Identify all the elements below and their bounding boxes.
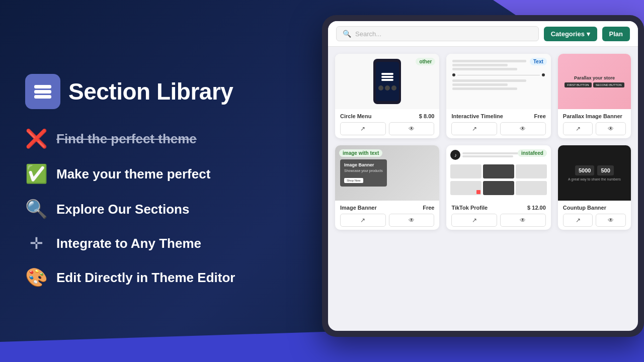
card-badge-timeline: Text — [530, 58, 547, 65]
tiktok-cell-3 — [516, 164, 547, 178]
logo-row: Section Library — [25, 74, 307, 109]
card-name-5: TikTok Profile — [451, 205, 488, 211]
categories-label: Categories ▾ — [551, 30, 590, 38]
countup-num-1: 5000 — [575, 165, 594, 175]
search-placeholder: Search... — [355, 30, 381, 38]
card-external-btn-2[interactable]: ↗ — [451, 122, 497, 135]
tiktok-badge-red — [476, 190, 480, 194]
card-preview-btn-2[interactable]: 👁 — [500, 122, 546, 135]
card-name-2: Interactive Timeline — [451, 113, 503, 119]
card-info-countup: Countup Banner ↗ 👁 — [558, 201, 631, 230]
feature-text-5: Edit Directly in Theme Editor — [56, 270, 235, 286]
phone-mockup — [373, 59, 401, 104]
search-bar[interactable]: 🔍 Search... — [336, 26, 539, 41]
card-external-btn-1[interactable]: ↗ — [340, 122, 386, 135]
card-name-6: Countup Banner — [563, 205, 606, 211]
tiktok-cell-2 — [483, 164, 514, 178]
feature-item-4: ✛ Integrate to Any Theme — [25, 234, 307, 253]
phone-screen — [376, 62, 399, 101]
circle-2 — [385, 85, 390, 90]
tiktok-avatar: ♪ — [450, 150, 460, 160]
parallax-btn-1: FIRST BUTTON — [565, 82, 591, 87]
card-actions-4: ↗ 👁 — [340, 214, 434, 227]
card-title-row-6: Countup Banner — [563, 205, 626, 211]
tiktok-cell-1 — [450, 164, 481, 178]
plus-icon: ✛ — [25, 234, 47, 253]
palette-icon: 🎨 — [25, 267, 47, 288]
card-external-btn-4[interactable]: ↗ — [340, 214, 386, 227]
card-countup: 5000 500 A great way to share the number… — [558, 145, 631, 230]
countup-nums: 5000 500 — [575, 165, 614, 175]
logo-line-2 — [381, 76, 393, 78]
t-dot — [452, 73, 455, 76]
svg-rect-1 — [34, 90, 51, 94]
plan-label: Plan — [609, 30, 623, 38]
timeline-dot-row — [452, 73, 544, 76]
circle-1 — [378, 85, 383, 90]
tl-6 — [452, 87, 517, 90]
logo-line-1 — [381, 73, 393, 75]
card-name-3: Parallax Image Banner — [563, 113, 622, 119]
tiktok-logo-icon: ♪ — [454, 152, 457, 158]
feature-text-4: Integrate to Any Theme — [56, 236, 201, 251]
card-actions-6: ↗ 👁 — [563, 214, 626, 227]
parallax-btn-2: SECOND BUTTON — [593, 82, 624, 87]
card-parallax: Parallax your store FIRST BUTTON SECOND … — [558, 54, 631, 138]
feature-item-5: 🎨 Edit Directly in Theme Editor — [25, 267, 307, 288]
banner-content: Image Banner Showcase your products Shop… — [340, 159, 387, 187]
tl-4 — [452, 79, 526, 82]
card-price-4: Free — [423, 205, 434, 211]
search-icon: 🔍 — [343, 30, 351, 38]
card-tiktok: instafeed ♪ — [446, 145, 550, 230]
card-external-btn-5[interactable]: ↗ — [451, 214, 497, 227]
tiktok-cell-5 — [483, 181, 514, 195]
tablet-header: 🔍 Search... Categories ▾ Plan — [328, 21, 638, 47]
banner-btn: Shop Now — [344, 178, 363, 183]
card-title-row-4: Image Banner Free — [340, 205, 434, 211]
feature-item-3: 🔍 Explore Our Sections — [25, 199, 307, 220]
parallax-title: Parallax your store — [565, 75, 624, 80]
card-preview-btn-5[interactable]: 👁 — [500, 214, 546, 227]
logo-line-3 — [381, 79, 393, 81]
countup-num-2: 500 — [597, 165, 613, 175]
card-actions-2: ↗ 👁 — [451, 122, 545, 135]
feature-item-1: ❌ Find the perfect theme — [25, 128, 307, 149]
card-preview-btn-6[interactable]: 👁 — [596, 214, 626, 227]
card-price-1: $ 8.00 — [419, 113, 435, 119]
feature-text-2: Make your theme perfect — [56, 166, 210, 182]
countup-label: A great way to share the numbers — [568, 177, 621, 181]
parallax-inner: Parallax your store FIRST BUTTON SECOND … — [565, 75, 624, 87]
card-timeline: Text — [446, 54, 550, 138]
banner-subtitle: Showcase your products — [344, 169, 383, 172]
card-thumb-circle-menu: other — [335, 54, 439, 109]
feature-text-3: Explore Our Sections — [56, 202, 189, 217]
tablet-screen: 🔍 Search... Categories ▾ Plan other — [328, 21, 638, 331]
card-price-2: Free — [534, 113, 546, 119]
card-actions-1: ↗ 👁 — [340, 122, 434, 135]
card-preview-btn-1[interactable]: 👁 — [389, 122, 435, 135]
tl-3 — [452, 68, 517, 70]
card-info-timeline: Interactive Timeline Free ↗ 👁 — [446, 109, 550, 138]
categories-button[interactable]: Categories ▾ — [544, 27, 597, 41]
card-price-5: $ 12.00 — [527, 205, 546, 211]
card-external-btn-3[interactable]: ↗ — [563, 122, 593, 135]
feature-text-1: Find the perfect theme — [56, 131, 197, 147]
plan-button[interactable]: Plan — [602, 27, 630, 41]
card-circle-menu: other — [335, 54, 439, 138]
cards-grid: other — [328, 47, 638, 237]
right-panel: 🔍 Search... Categories ▾ Plan other — [322, 15, 644, 347]
card-info-image-banner: Image Banner Free ↗ 👁 — [335, 201, 439, 230]
tl-2 — [452, 64, 508, 66]
tl-1 — [452, 60, 526, 62]
card-info-circle-menu: Circle Menu $ 8.00 ↗ 👁 — [335, 109, 439, 138]
svg-rect-2 — [34, 95, 51, 99]
card-badge-tiktok: instafeed — [518, 149, 547, 157]
card-actions-3: ↗ 👁 — [563, 122, 626, 135]
card-preview-btn-3[interactable]: 👁 — [596, 122, 626, 135]
card-external-btn-6[interactable]: ↗ — [563, 214, 593, 227]
card-preview-btn-4[interactable]: 👁 — [389, 214, 435, 227]
check-icon: ✅ — [25, 163, 47, 185]
tiktok-line-2 — [462, 155, 513, 157]
card-info-parallax: Parallax Image Banner ↗ 👁 — [558, 109, 631, 138]
tiktok-cell-4 — [450, 181, 481, 195]
